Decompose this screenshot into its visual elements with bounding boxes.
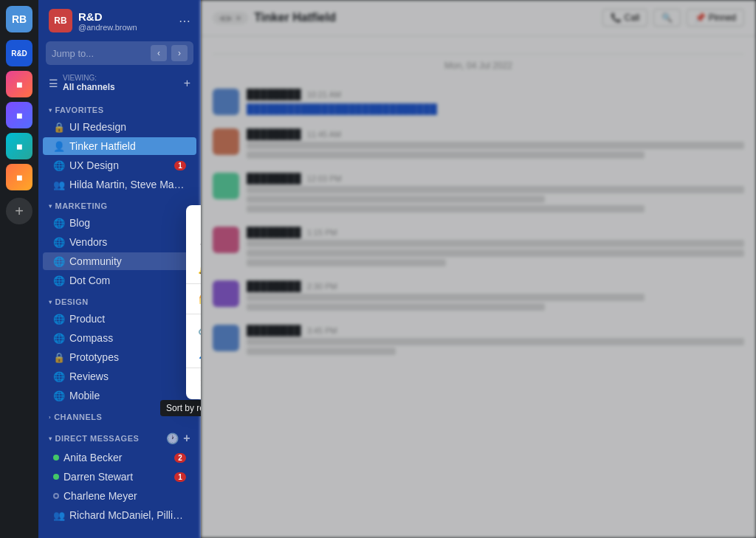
user-icon: 👤 (53, 141, 65, 152)
sidebar-item-label: Community (69, 255, 186, 267)
sidebar-item-vendors[interactable]: 🌐 Vendors (43, 233, 196, 251)
sidebar-item-anita-becker[interactable]: Anita Becker 2 (43, 449, 196, 466)
sidebar-header: RB R&D @andrew.brown ⋯ (38, 0, 201, 38)
sidebar-item-tinker-hatfield[interactable]: 👤 Tinker Hatfield (43, 137, 196, 155)
sidebar-item-dotcom[interactable]: 🌐 Dot Com (43, 272, 196, 289)
online-status-dot (53, 474, 59, 480)
pinned-button[interactable]: 📌 Pinned (687, 9, 744, 27)
context-leave-channel[interactable]: ✕ Leave channel (186, 371, 201, 395)
unread-badge: 1 (174, 472, 186, 482)
sidebar-item-compass[interactable]: 🌐 Compass (43, 329, 196, 347)
workspace-2[interactable]: ◼ (6, 71, 32, 97)
globe-icon: 🌐 (53, 160, 65, 171)
message-avatar (213, 128, 239, 155)
main-channel-name: Tinker Hatfield (254, 11, 336, 24)
message-row: ████████10:21 AM ███████████████████████… (213, 89, 744, 117)
workspace-info: R&D @andrew.brown (78, 10, 179, 32)
globe-icon: 🌐 (53, 314, 65, 325)
dm-add-button[interactable]: + (183, 432, 190, 445)
search-button[interactable]: 🔍 (653, 9, 681, 27)
context-favorite[interactable]: ☆ Favorite (186, 233, 201, 257)
sidebar-item-label: Blog (69, 217, 171, 229)
workspace-3[interactable]: ◼ (6, 102, 32, 128)
context-mark-as-read[interactable]: ✓ Mark as read (186, 210, 201, 233)
sidebar-item-label: UX Design (69, 159, 170, 171)
sort-by-recency-tooltip: Sort by recency (160, 400, 201, 416)
sidebar-item-label: Anita Becker (63, 452, 170, 463)
checkmark-icon: ✓ (198, 215, 201, 227)
icon-rail: RB R&D ◼ ◼ ◼ ◼ + (0, 0, 38, 538)
close-icon: ✕ (198, 377, 201, 389)
message-area: Mon, 04 Jul 2022 ████████10:21 AM ██████… (201, 36, 756, 538)
sidebar-item-label: Hilda Martin, Steve Mart... (69, 179, 186, 190)
message-content: ████████3:45 PM (247, 325, 744, 357)
message-avatar (213, 280, 239, 307)
viewing-value: All channels (63, 82, 115, 92)
sidebar-item-blog[interactable]: 🌐 Blog ⋯ (43, 214, 196, 232)
workspace-rd[interactable]: R&D (6, 40, 32, 66)
message-row: ████████11:45 AM (213, 128, 744, 161)
message-avatar (213, 227, 239, 253)
sidebar-item-ui-redesign[interactable]: 🔒 UI Redesign (43, 118, 196, 136)
sidebar: RB R&D @andrew.brown ⋯ ‹ › ☰ VIEWING: Al… (38, 0, 201, 538)
sidebar-item-label: Compass (69, 332, 186, 344)
sidebar-item-hilda-martin[interactable]: 👥 Hilda Martin, Steve Mart... (43, 176, 196, 193)
marketing-section-header[interactable]: ▾ MARKETING (38, 194, 201, 213)
message-date: Mon, 04 Jul 2022 (213, 54, 744, 71)
design-section-header[interactable]: ▾ DESIGN (38, 290, 201, 309)
sidebar-item-community[interactable]: 🌐 Community (43, 252, 196, 270)
globe-icon: 🌐 (53, 218, 65, 229)
context-copy-link[interactable]: 🔗 Copy link (186, 317, 201, 341)
unread-badge: 2 (174, 453, 186, 463)
viewing-label: VIEWING: (63, 74, 115, 82)
folder-icon: 📁 (198, 293, 201, 305)
nav-forward-button[interactable]: › (171, 45, 188, 61)
sidebar-item-ux-design[interactable]: 🌐 UX Design 1 (43, 156, 196, 174)
user-avatar[interactable]: RB (6, 6, 32, 32)
context-add-members[interactable]: 👤 Add members (186, 341, 201, 365)
viewing-add-button[interactable]: + (184, 77, 190, 90)
message-content: ████████1:15 PM (247, 227, 744, 269)
sidebar-item-label: Tinker Hatfield (69, 140, 186, 152)
sidebar-item-charlene-meyer[interactable]: Charlene Meyer (43, 487, 196, 505)
menu-divider (186, 283, 201, 284)
workspace-more-button[interactable]: ⋯ (179, 14, 190, 28)
main-content: ◀ ▶ ★ Tinker Hatfield 📞 Call 🔍 📌 Pinned … (201, 0, 756, 538)
search-bar: ‹ › (46, 41, 193, 65)
sidebar-item-richard-mcdaniel[interactable]: 👥 Richard McDaniel, Pillin... (43, 506, 196, 524)
sidebar-item-label: Dot Com (69, 275, 186, 286)
dm-clock-icon[interactable]: 🕐 (166, 432, 179, 444)
workspace-user: @andrew.brown (78, 23, 179, 32)
context-menu: ✓ Mark as read ☆ Favorite 🔔 Mute channel… (186, 205, 201, 399)
nav-back-button[interactable]: ‹ (151, 45, 167, 61)
call-button[interactable]: 📞 Call (602, 9, 647, 27)
search-input[interactable] (52, 48, 146, 59)
workspace-4[interactable]: ◼ (6, 133, 32, 159)
workspace-5[interactable]: ◼ (6, 164, 32, 190)
message-avatar (213, 89, 239, 115)
sidebar-item-reviews[interactable]: 🌐 Reviews (43, 368, 196, 385)
bell-icon: 🔔 (198, 263, 201, 275)
globe-icon: 🌐 (53, 333, 65, 344)
lock-icon: 🔒 (53, 352, 65, 363)
lock-icon: 🔒 (53, 122, 65, 133)
online-status-dot (53, 455, 59, 461)
dm-section-header[interactable]: ▾ DIRECT MESSAGES 🕐 + (38, 424, 201, 448)
context-mute-channel[interactable]: 🔔 Mute channel (186, 257, 201, 280)
workspace-avatar: RB (49, 9, 72, 32)
globe-icon: 🌐 (53, 237, 65, 248)
favorites-section-header[interactable]: ▾ FAVORITES (38, 98, 201, 117)
sidebar-item-label: Darren Stewart (63, 471, 170, 483)
message-row: ████████2:30 PM (213, 280, 744, 313)
message-row: ████████3:45 PM (213, 325, 744, 357)
workspace-name: R&D (78, 10, 179, 23)
link-icon: 🔗 (198, 323, 201, 335)
context-move-to[interactable]: 📁 Move to › (186, 287, 201, 311)
sidebar-item-darren-stewart[interactable]: Darren Stewart 1 (43, 468, 196, 486)
add-workspace-button[interactable]: + (6, 198, 32, 224)
sidebar-item-prototypes[interactable]: 🔒 Prototypes (43, 348, 196, 366)
message-content: ████████11:45 AM (247, 128, 744, 161)
menu-divider (186, 314, 201, 314)
message-content: ████████2:30 PM (247, 280, 744, 313)
sidebar-item-product[interactable]: 🌐 Product (43, 310, 196, 328)
